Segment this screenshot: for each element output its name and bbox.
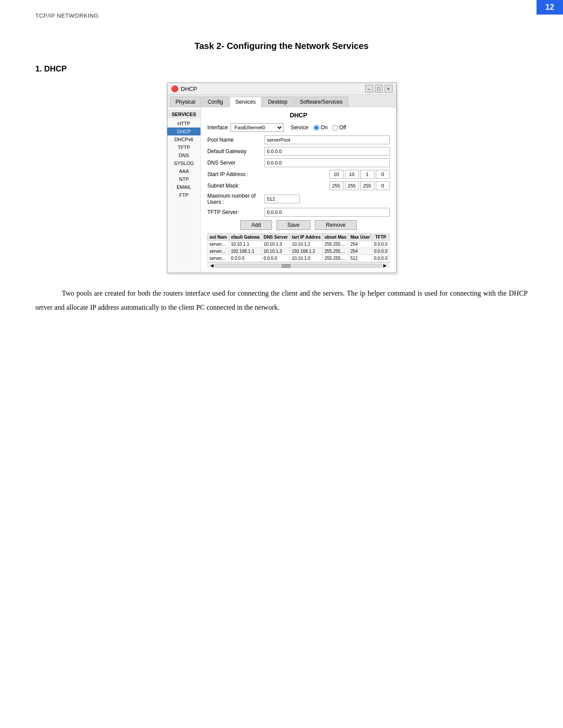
tab-software-services[interactable]: Software/Services: [294, 97, 348, 107]
default-gateway-label: Default Gateway: [207, 148, 264, 154]
cell-pool-1: server...: [208, 241, 229, 248]
cell-maxuser-3: 512: [348, 255, 372, 262]
window-body: SERVICES HTTP DHCP DHCPv6 TFTP DNS SYSLO…: [167, 107, 396, 273]
subnet-box-3[interactable]: [360, 181, 374, 190]
sidebar-item-ftp[interactable]: FTP: [167, 191, 201, 199]
cell-startip-2: 192.168.1.2: [290, 248, 322, 255]
tftp-server-input[interactable]: [264, 208, 389, 217]
cell-gw-1: 10.10.1.1: [229, 241, 261, 248]
scrollbar-thumb[interactable]: [282, 264, 291, 268]
minimize-button[interactable]: –: [365, 85, 373, 93]
scroll-left-arrow[interactable]: ◀: [209, 263, 215, 268]
add-button[interactable]: Add: [240, 220, 272, 230]
sidebar-item-syslog[interactable]: SYSLOG: [167, 159, 201, 167]
cell-maxuser-1: 254: [348, 241, 372, 248]
title-bar: 🔴 DHCP – □ ×: [167, 83, 396, 95]
radio-off-label: Off: [339, 124, 346, 131]
default-gateway-input[interactable]: [264, 147, 389, 156]
interface-label: Interface: [207, 124, 228, 131]
max-users-row: Maximum number of Users :: [207, 193, 389, 205]
cell-subnet-3: 255.255....: [322, 255, 348, 262]
subnet-box-2[interactable]: [345, 181, 359, 190]
subnet-mask-boxes: [329, 181, 390, 190]
dhcp-window-wrapper: 🔴 DHCP – □ × Physical Config Services De…: [35, 83, 528, 273]
maximize-button[interactable]: □: [375, 85, 383, 93]
sidebar-item-dns[interactable]: DNS: [167, 151, 201, 159]
col-max-user: Max User: [348, 234, 372, 241]
sidebar-item-ntp[interactable]: NTP: [167, 175, 201, 183]
dns-server-label: DNS Server: [207, 160, 264, 166]
remove-button[interactable]: Remove: [315, 220, 357, 230]
tftp-server-label: TFTP Server:: [207, 209, 264, 215]
tftp-server-row: TFTP Server:: [207, 208, 389, 217]
cell-subnet-2: 255.255....: [322, 248, 348, 255]
scroll-right-arrow[interactable]: ▶: [382, 263, 388, 268]
page-header: TCP/IP NETWORKING: [0, 0, 563, 19]
cell-tftp-3: 0.0.0.0: [372, 255, 389, 262]
sidebar-item-tftp[interactable]: TFTP: [167, 143, 201, 151]
cell-pool-3: server...: [208, 255, 229, 262]
service-label: Service: [291, 124, 308, 131]
sidebar-item-aaa[interactable]: AAA: [167, 167, 201, 175]
sidebar-item-dhcpv6[interactable]: DHCPv6: [167, 135, 201, 143]
max-users-input[interactable]: [264, 195, 300, 203]
main-panel: DHCP Interface FastEthernet0 Service On: [201, 107, 396, 273]
cell-gw-3: 0.0.0.0: [229, 255, 261, 262]
panel-title: DHCP: [207, 112, 389, 119]
cell-subnet-1: 255.255....: [322, 241, 348, 248]
dns-server-input[interactable]: [264, 158, 389, 167]
tab-services[interactable]: Services: [230, 97, 261, 107]
col-subnet-mask: ubnet Mas: [322, 234, 348, 241]
title-bar-left: 🔴 DHCP: [171, 85, 197, 92]
sidebar-item-email[interactable]: EMAIL: [167, 183, 201, 191]
pool-name-label: Pool Name: [207, 137, 264, 143]
radio-group: On Off: [314, 124, 346, 131]
save-button[interactable]: Save: [276, 220, 310, 230]
start-ip-boxes: [329, 170, 390, 179]
interface-select[interactable]: FastEthernet0: [230, 123, 283, 132]
subnet-box-1[interactable]: [329, 181, 344, 190]
cell-startip-1: 10.10.1.2: [290, 241, 322, 248]
close-button[interactable]: ×: [385, 85, 393, 93]
section-heading: 1. DHCP: [35, 64, 528, 74]
cell-pool-2: server...: [208, 248, 229, 255]
dhcp-table-wrapper: ool Nam efault Gatewa DNS Server tart IP…: [207, 233, 389, 262]
col-start-ip: tart IP Addres: [290, 234, 322, 241]
body-paragraph-1: Two pools are created for both the route…: [35, 286, 528, 315]
sidebar-item-http[interactable]: HTTP: [167, 120, 201, 128]
radio-on-label: On: [321, 124, 328, 131]
cell-tftp-1: 0.0.0.0: [372, 241, 389, 248]
dhcp-table: ool Nam efault Gatewa DNS Server tart IP…: [207, 233, 389, 262]
start-ip-box-1[interactable]: [329, 170, 344, 179]
tab-desktop[interactable]: Desktop: [262, 97, 293, 107]
start-ip-row: Start IP Address :: [207, 170, 389, 179]
col-dns-server: DNS Server: [261, 234, 290, 241]
start-ip-box-4[interactable]: [376, 170, 390, 179]
page-number: 12: [537, 0, 563, 15]
subnet-box-4[interactable]: [376, 181, 390, 190]
start-ip-box-3[interactable]: [360, 170, 374, 179]
dns-server-row: DNS Server: [207, 158, 389, 167]
tab-config[interactable]: Config: [202, 97, 229, 107]
col-pool-name: ool Nam: [208, 234, 229, 241]
radio-on[interactable]: On: [314, 124, 328, 131]
interface-row: Interface FastEthernet0 Service On: [207, 123, 389, 132]
col-default-gw: efault Gatewa: [229, 234, 261, 241]
radio-off[interactable]: Off: [332, 124, 346, 131]
start-ip-box-2[interactable]: [345, 170, 359, 179]
tab-physical[interactable]: Physical: [170, 97, 201, 107]
table-row: server... 0.0.0.0 0.0.0.0 10.10.1.0 255.…: [208, 255, 389, 262]
scrollbar-track[interactable]: [215, 264, 382, 267]
main-content: Task 2- Configuring the Network Services…: [0, 19, 563, 341]
subnet-mask-label: Subnet Mask:: [207, 183, 264, 189]
col-tftp: TFTP: [372, 234, 389, 241]
pool-name-input[interactable]: [264, 135, 389, 144]
max-users-label: Maximum number of Users :: [207, 193, 264, 205]
sidebar-title: SERVICES: [167, 110, 201, 119]
dhcp-window-title: DHCP: [181, 86, 197, 92]
scrollbar-area: ◀ ▶: [207, 262, 389, 268]
sidebar-item-dhcp[interactable]: DHCP: [167, 128, 201, 135]
cell-tftp-2: 0.0.0.0: [372, 248, 389, 255]
title-bar-controls: – □ ×: [365, 85, 393, 93]
dhcp-window: 🔴 DHCP – □ × Physical Config Services De…: [167, 83, 397, 273]
